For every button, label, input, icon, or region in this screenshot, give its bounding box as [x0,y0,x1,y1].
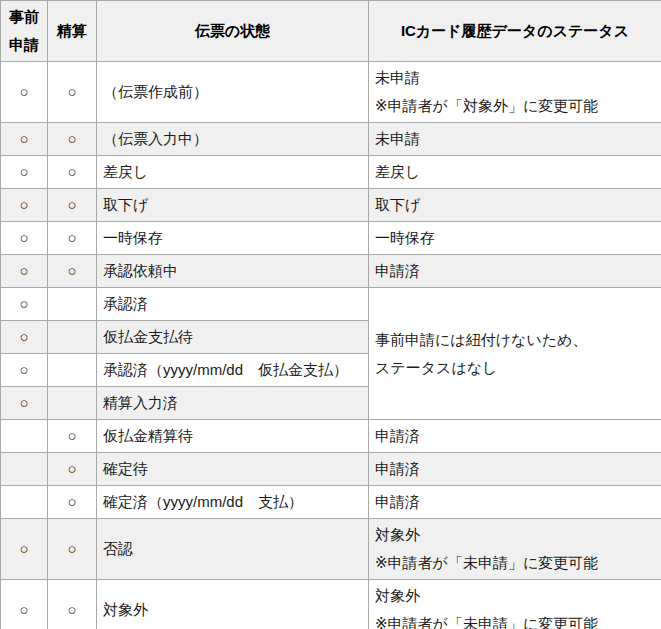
cell-ic-status-merged: 事前申請には紐付けないため、 ステータスはなし [369,288,661,420]
cell-slip-state: 承認済 [97,288,369,321]
cell-slip-state: 否認 [97,519,369,580]
cell-pre-application [1,453,48,486]
cell-slip-state: 確定済（yyyy/mm/dd 支払） [97,486,369,519]
header-settlement: 精算 [48,1,97,62]
table-row: ○ 仮払金精算待 申請済 [1,420,661,453]
cell-ic-status: 未申請 ※申請者が「対象外」に変更可能 [369,62,661,123]
cell-settlement: ○ [48,123,97,156]
cell-pre-application [1,486,48,519]
cell-pre-application: ○ [1,387,48,420]
header-slip-state: 伝票の状態 [97,1,369,62]
table-row: ○ ○ （伝票入力中） 未申請 [1,123,661,156]
cell-ic-status: 申請済 [369,453,661,486]
cell-pre-application: ○ [1,189,48,222]
cell-settlement: ○ [48,580,97,629]
cell-ic-status: 差戻し [369,156,661,189]
cell-settlement: ○ [48,420,97,453]
cell-settlement: ○ [48,486,97,519]
table-row: ○ 確定済（yyyy/mm/dd 支払） 申請済 [1,486,661,519]
cell-slip-state: 承認依頼中 [97,255,369,288]
cell-pre-application: ○ [1,62,48,123]
cell-slip-state: 承認済（yyyy/mm/dd 仮払金支払） [97,354,369,387]
table-row: ○ ○ 一時保存 一時保存 [1,222,661,255]
cell-slip-state: （伝票入力中） [97,123,369,156]
cell-settlement: ○ [48,519,97,580]
cell-settlement [48,387,97,420]
cell-slip-state: 一時保存 [97,222,369,255]
status-mapping-table: 事前 申請 精算 伝票の状態 ICカード履歴データのステータス ○ ○ （伝票作… [0,0,661,629]
cell-settlement: ○ [48,189,97,222]
cell-slip-state: 対象外 [97,580,369,629]
cell-settlement [48,354,97,387]
table-row: ○ ○ 対象外 対象外 ※申請者が「未申請」に変更可能 [1,580,661,629]
cell-ic-status: 対象外 ※申請者が「未申請」に変更可能 [369,580,661,629]
table-header-row: 事前 申請 精算 伝票の状態 ICカード履歴データのステータス [1,1,661,62]
header-ic-status: ICカード履歴データのステータス [369,1,661,62]
cell-settlement: ○ [48,156,97,189]
cell-settlement [48,321,97,354]
cell-settlement: ○ [48,62,97,123]
cell-pre-application: ○ [1,519,48,580]
table-row: ○ ○ 承認依頼中 申請済 [1,255,661,288]
cell-pre-application: ○ [1,156,48,189]
cell-pre-application: ○ [1,354,48,387]
cell-settlement [48,288,97,321]
table-row: ○ ○ 差戻し 差戻し [1,156,661,189]
cell-pre-application: ○ [1,580,48,629]
cell-slip-state: 差戻し [97,156,369,189]
cell-pre-application: ○ [1,288,48,321]
table-row: ○ 承認済 事前申請には紐付けないため、 ステータスはなし [1,288,661,321]
cell-settlement: ○ [48,453,97,486]
table-row: ○ 確定待 申請済 [1,453,661,486]
cell-slip-state: （伝票作成前） [97,62,369,123]
cell-settlement: ○ [48,255,97,288]
cell-ic-status: 取下げ [369,189,661,222]
cell-pre-application: ○ [1,222,48,255]
table-row: ○ ○ （伝票作成前） 未申請 ※申請者が「対象外」に変更可能 [1,62,661,123]
cell-pre-application: ○ [1,255,48,288]
cell-slip-state: 取下げ [97,189,369,222]
cell-pre-application [1,420,48,453]
cell-settlement: ○ [48,222,97,255]
cell-ic-status: 申請済 [369,420,661,453]
table-row: ○ ○ 取下げ 取下げ [1,189,661,222]
cell-ic-status: 未申請 [369,123,661,156]
table-row: ○ ○ 否認 対象外 ※申請者が「未申請」に変更可能 [1,519,661,580]
cell-pre-application: ○ [1,321,48,354]
cell-slip-state: 確定待 [97,453,369,486]
cell-slip-state: 精算入力済 [97,387,369,420]
cell-ic-status: 申請済 [369,255,661,288]
cell-pre-application: ○ [1,123,48,156]
cell-slip-state: 仮払金精算待 [97,420,369,453]
cell-ic-status: 一時保存 [369,222,661,255]
header-pre-application: 事前 申請 [1,1,48,62]
page: 事前 申請 精算 伝票の状態 ICカード履歴データのステータス ○ ○ （伝票作… [0,0,661,629]
cell-ic-status: 対象外 ※申請者が「未申請」に変更可能 [369,519,661,580]
cell-ic-status: 申請済 [369,486,661,519]
cell-slip-state: 仮払金支払待 [97,321,369,354]
